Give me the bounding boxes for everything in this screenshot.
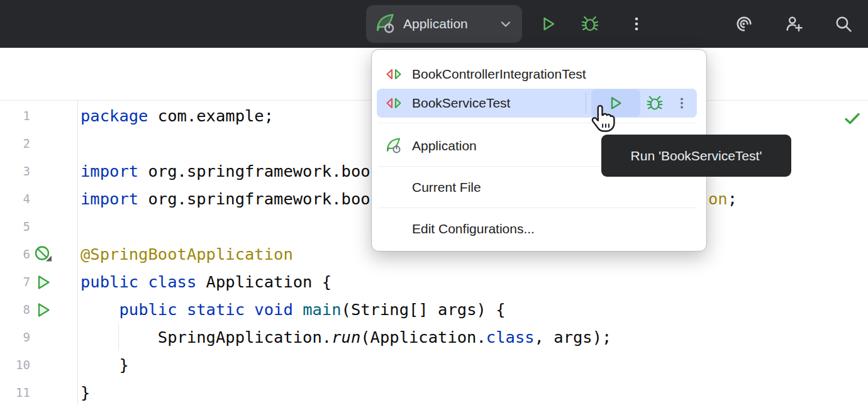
code-text: import org.springframework.boot <box>81 157 380 185</box>
spring-boot-icon <box>374 12 398 36</box>
code-line[interactable]: 9 SpringApplication.run(Application.clas… <box>0 323 868 351</box>
line-number: 4 <box>0 185 30 213</box>
debug-button[interactable] <box>580 14 600 34</box>
debug-button[interactable] <box>640 89 669 117</box>
inspections-check-icon[interactable] <box>843 109 862 128</box>
chevron-down-icon <box>498 16 513 31</box>
code-text: public class Application { <box>81 268 331 296</box>
ai-assistant-icon[interactable] <box>734 14 754 34</box>
code-text: } <box>81 379 90 405</box>
code-text: SpringApplication.run(Application.class,… <box>81 323 611 351</box>
controls-divider <box>586 93 586 113</box>
line-number: 6 <box>0 240 30 268</box>
run-button[interactable] <box>538 14 559 34</box>
more-options-icon[interactable] <box>669 89 694 117</box>
line-number: 7 <box>0 268 30 296</box>
hand-cursor <box>590 104 616 133</box>
menu-item-label: Edit Configurations... <box>412 221 535 236</box>
test-class-icon <box>384 65 403 84</box>
tab-application-java[interactable] <box>0 48 204 101</box>
menu-item-label: Current File <box>412 180 481 195</box>
run-configuration-label: Application <box>403 16 498 31</box>
spring-run-gutter-icon[interactable] <box>34 245 53 264</box>
menu-item-label: Application <box>412 138 477 153</box>
code-line[interactable]: 11} <box>0 379 868 405</box>
run-configuration-dropdown[interactable]: Application <box>366 5 522 43</box>
code-line[interactable]: 10 } <box>0 351 868 379</box>
code-text: } <box>81 351 129 379</box>
code-text: public static void main(String[] args) { <box>81 296 506 323</box>
line-number: 2 <box>0 130 30 157</box>
code-text: package com.example; <box>81 102 274 130</box>
menu-item-current-file[interactable]: Current File <box>377 173 703 202</box>
line-number: 9 <box>0 323 30 351</box>
run-gutter-icon[interactable] <box>34 272 53 291</box>
menu-item-label: BookServiceTest <box>412 96 510 111</box>
code-with-me-icon[interactable] <box>784 14 804 34</box>
run-gutter-icon[interactable] <box>34 300 53 319</box>
code-line[interactable]: 8 public static void main(String[] args)… <box>0 296 868 323</box>
code-text: @SpringBootApplication <box>81 240 293 268</box>
spring-boot-icon <box>384 136 403 155</box>
menu-separator <box>378 208 696 208</box>
menu-separator <box>378 123 696 123</box>
menu-item-label: BookControllerIntegrationTest <box>412 67 586 82</box>
main-toolbar: Application <box>0 0 868 48</box>
code-line[interactable]: 7public class Application { <box>0 268 868 296</box>
more-options-icon[interactable] <box>626 14 647 34</box>
menu-item-bookcontrollerintegrationtest[interactable]: BookControllerIntegrationTest <box>377 60 703 89</box>
line-number: 5 <box>0 213 30 240</box>
ide-window: Application Application.java 1package co… <box>0 0 868 405</box>
menu-item-bookservicetest[interactable]: BookServiceTest <box>377 89 697 118</box>
line-number: 1 <box>0 102 30 130</box>
run-tooltip: Run 'BookServiceTest' <box>601 135 791 177</box>
search-icon[interactable] <box>833 14 854 34</box>
line-number: 10 <box>0 351 30 379</box>
line-number: 11 <box>0 379 30 405</box>
test-class-icon <box>384 94 403 113</box>
line-number: 8 <box>0 296 30 323</box>
line-number: 3 <box>0 157 30 185</box>
menu-item-edit-configurations[interactable]: Edit Configurations... <box>377 214 703 243</box>
